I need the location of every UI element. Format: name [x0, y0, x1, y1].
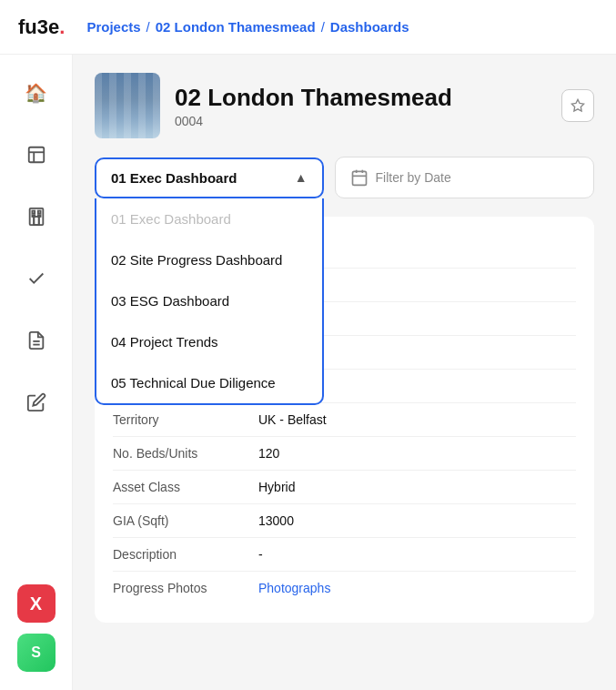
- svg-rect-8: [37, 211, 40, 214]
- dropdown-selected-label: 01 Exec Dashboard: [111, 170, 237, 186]
- content-area: 02 London Thamesmead 0004 01 Exec Dashbo…: [73, 55, 616, 690]
- value-beds: 120: [258, 446, 279, 461]
- label-territory: Territory: [113, 412, 258, 427]
- dropdown-option-3[interactable]: 03 ESG Dashboard: [96, 280, 322, 321]
- value-asset-class: Hybrid: [258, 480, 295, 494]
- sidebar-item-reports[interactable]: [16, 135, 56, 175]
- dropdown-option-1[interactable]: 01 Exec Dashboard: [96, 198, 322, 239]
- breadcrumb-project-name[interactable]: 02 London Thamesmead: [156, 19, 316, 35]
- info-row-beds: No. Beds/Units 120: [113, 437, 576, 471]
- sidebar-item-documents[interactable]: [16, 320, 56, 360]
- label-progress-photos: Progress Photos: [113, 581, 258, 595]
- label-description: Description: [113, 547, 258, 562]
- svg-rect-0: [28, 147, 44, 163]
- project-thumbnail: [95, 73, 160, 138]
- value-territory: UK - Belfast: [258, 412, 327, 427]
- sidebar-item-building[interactable]: [16, 197, 56, 237]
- breadcrumb-projects[interactable]: Projects: [86, 19, 140, 35]
- breadcrumb: Projects / 02 London Thamesmead / Dashbo…: [86, 19, 409, 35]
- label-gia: GIA (Sqft): [113, 513, 258, 528]
- svg-marker-13: [571, 99, 583, 111]
- x-app-icon[interactable]: X: [17, 584, 56, 623]
- svg-rect-10: [37, 215, 40, 217]
- label-asset-class: Asset Class: [113, 480, 258, 494]
- controls-row: 01 Exec Dashboard ▲ 01 Exec Dashboard 02…: [95, 157, 594, 198]
- value-gia: 13000: [258, 513, 294, 528]
- sidebar-item-tasks[interactable]: [16, 259, 56, 299]
- project-header: 02 London Thamesmead 0004: [95, 73, 594, 138]
- dropdown-option-2[interactable]: 02 Site Progress Dashboard: [96, 239, 322, 280]
- sidebar-item-home[interactable]: 🏠: [16, 73, 56, 113]
- dropdown-option-4[interactable]: 04 Project Trends: [96, 321, 322, 362]
- info-row-asset-class: Asset Class Hybrid: [113, 471, 576, 504]
- breadcrumb-sep-1: /: [146, 19, 150, 35]
- s-app-icon[interactable]: S: [17, 634, 56, 672]
- logo-dot: .: [59, 15, 65, 38]
- topbar: fu3e. Projects / 02 London Thamesmead / …: [0, 0, 616, 55]
- svg-rect-6: [34, 217, 39, 225]
- label-beds: No. Beds/Units: [113, 446, 258, 461]
- filter-label: Filter by Date: [376, 170, 451, 185]
- sidebar-item-edit[interactable]: [16, 382, 56, 422]
- dashboard-dropdown-button[interactable]: 01 Exec Dashboard ▲: [95, 157, 324, 198]
- breadcrumb-dashboards[interactable]: Dashboards: [330, 19, 409, 35]
- dropdown-option-5[interactable]: 05 Technical Due Diligence: [96, 362, 322, 403]
- sidebar-bottom-apps: X S: [17, 584, 56, 672]
- breadcrumb-sep-2: /: [321, 19, 325, 35]
- value-description: -: [258, 547, 263, 562]
- svg-rect-7: [32, 211, 35, 214]
- star-button[interactable]: [561, 89, 594, 122]
- info-row-progress-photos: Progress Photos Photographs: [113, 572, 576, 604]
- calendar-icon: [350, 168, 369, 187]
- info-row-gia: GIA (Sqft) 13000: [113, 504, 576, 538]
- info-row-territory: Territory UK - Belfast: [113, 403, 576, 437]
- info-row-description: Description -: [113, 538, 576, 572]
- project-title: 02 London Thamesmead: [175, 84, 452, 112]
- filter-date-button[interactable]: Filter by Date: [335, 157, 595, 198]
- project-info: 02 London Thamesmead 0004: [175, 84, 452, 128]
- logo: fu3e.: [18, 15, 65, 39]
- chevron-up-icon: ▲: [295, 170, 308, 185]
- dashboard-dropdown-menu: 01 Exec Dashboard 02 Site Progress Dashb…: [95, 198, 324, 405]
- svg-rect-9: [32, 215, 35, 217]
- value-progress-photos[interactable]: Photographs: [258, 581, 330, 595]
- main-layout: 🏠: [0, 55, 616, 690]
- svg-rect-14: [352, 171, 366, 185]
- project-id: 0004: [175, 114, 452, 128]
- sidebar: 🏠: [0, 55, 73, 690]
- dashboard-dropdown-wrapper: 01 Exec Dashboard ▲ 01 Exec Dashboard 02…: [95, 157, 324, 198]
